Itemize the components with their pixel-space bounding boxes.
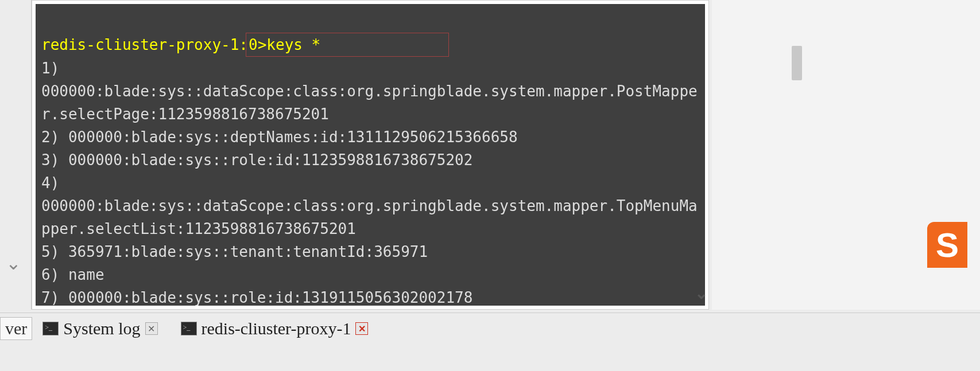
output-line: 2) 000000:blade:sys::deptNames:id:131112…	[41, 128, 518, 146]
tab-bar: ver >_ System log ✕ >_ redis-cliuster-pr…	[0, 313, 980, 344]
close-icon[interactable]: ✕	[355, 322, 368, 335]
output-line: 7) 000000:blade:sys::role:id:13191150563…	[41, 289, 472, 306]
terminal-output[interactable]: redis-cliuster-proxy-1:0>keys * 1) 00000…	[36, 4, 705, 306]
terminal-icon: >_	[42, 322, 59, 335]
tab-system-log[interactable]: >_ System log ✕	[42, 319, 157, 338]
output-line: 5) 365971:blade:sys::tenant:tenantId:365…	[41, 243, 428, 260]
terminal-prompt: redis-cliuster-proxy-1:	[41, 36, 248, 53]
output-line: 1)	[41, 60, 59, 77]
output-line: 6) name	[41, 266, 104, 283]
tab-label: redis-cliuster-proxy-1	[202, 319, 351, 338]
left-gutter: ⌄	[0, 0, 32, 310]
ver-button[interactable]: ver	[0, 317, 32, 340]
terminal-db: 0>	[249, 36, 266, 53]
tab-label: System log	[63, 319, 140, 338]
badge-letter: S	[936, 225, 959, 265]
app-frame: ⌄ redis-cliuster-proxy-1:0>keys * 1) 000…	[0, 0, 980, 371]
close-icon[interactable]: ✕	[145, 322, 158, 335]
terminal-icon: >_	[181, 322, 197, 335]
output-line: 000000:blade:sys::dataScope:class:org.sp…	[41, 197, 698, 237]
side-badge[interactable]: S	[927, 222, 967, 268]
output-line: 3) 000000:blade:sys::role:id:11235988167…	[41, 151, 472, 169]
terminal-container: redis-cliuster-proxy-1:0>keys * 1) 00000…	[32, 0, 709, 310]
terminal-command: keys *	[266, 36, 320, 53]
output-line: 000000:blade:sys::dataScope:class:org.sp…	[41, 83, 698, 123]
tab-redis-proxy[interactable]: >_ redis-cliuster-proxy-1 ✕	[181, 319, 369, 338]
collapse-chevron-icon[interactable]: ⌄	[6, 252, 21, 274]
scrollbar-thumb[interactable]	[792, 46, 802, 80]
output-line: 4)	[41, 174, 59, 192]
scroll-down-icon[interactable]: ⌄	[695, 284, 708, 303]
